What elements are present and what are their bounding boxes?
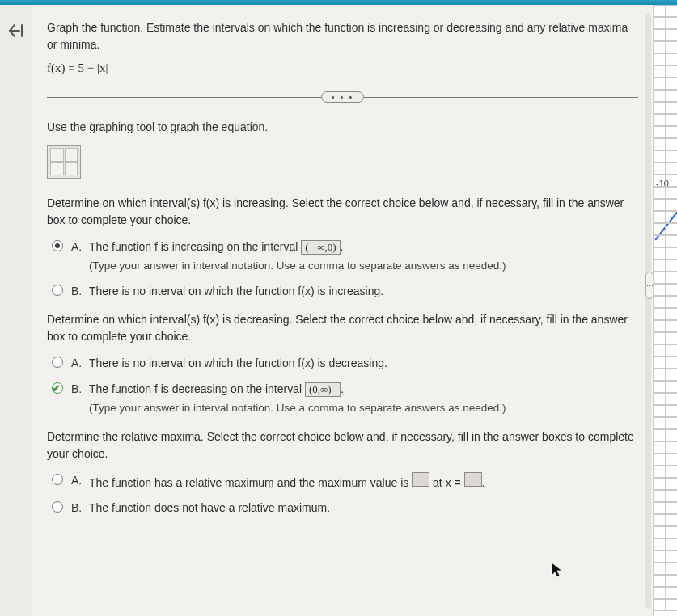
choice-letter: B. [71,500,89,517]
back-icon[interactable] [7,23,25,39]
grid-cell [666,41,677,53]
radio-icon[interactable] [52,501,63,513]
maxima-choice-a[interactable]: A. The function has a relative maximum a… [52,472,638,492]
scrollbar-track[interactable] [645,13,651,608]
choice-text-between: at x = [433,476,464,489]
grid-cell [666,393,677,405]
decreasing-choice-b[interactable]: B. The function f is decreasing on the i… [52,381,638,417]
grid-cell [654,393,666,405]
grid-cell [654,551,666,563]
grid-cell [654,381,666,393]
grid-cell [654,150,666,162]
answer-input-max-x[interactable] [464,472,482,487]
grid-cell [654,490,666,502]
grid-cell [654,247,666,259]
choice-letter: B. [71,381,89,399]
grid-cell [654,587,666,599]
grid-cell [666,514,677,526]
radio-icon[interactable] [52,285,63,296]
grid-cell [666,381,677,393]
grid-cell [666,490,677,502]
grid-cell [654,526,666,538]
answer-hint: (Type your answer in interval notation. … [89,258,638,275]
graph-tool-button[interactable] [47,145,81,179]
grid-cell [666,357,677,369]
choice-letter: A. [71,238,89,256]
grid-cell [666,65,677,78]
grid-cell [666,138,677,150]
grid-cell [654,296,666,308]
choice-body: The function f is decreasing on the inte… [89,381,638,417]
grid-cell [666,320,677,332]
grid-cell [666,199,677,211]
choice-text-after: . [341,382,344,395]
grid-cell [654,357,666,369]
graph-instruction: Use the graphing tool to graph the equat… [47,120,638,133]
grid-cell [666,478,677,490]
grid-cell [654,538,666,551]
answer-input-decreasing[interactable]: (0,∞) [305,382,341,397]
grid-cell [666,175,677,187]
radio-selected-icon[interactable] [52,240,63,251]
grid-cell [666,502,677,514]
left-gutter [0,5,32,616]
decreasing-choice-a[interactable]: A. There is no interval on which the fun… [52,355,638,373]
grid-cell [654,502,666,514]
grid-cell [654,320,666,332]
function-equation: f(x) = 5 − |x| [47,61,638,75]
graph-panel[interactable]: -10 [653,5,677,616]
grid-cell [666,332,677,344]
grid-cell [666,29,677,41]
grid-cell [654,454,666,466]
grid-cell [666,272,677,284]
grid-cell [654,332,666,344]
section-divider: • • • [47,91,638,103]
grid-cell [654,259,666,272]
grid-cell [654,405,666,417]
grid-cell [666,429,677,441]
answer-input-increasing[interactable]: (− ∞,0) [301,240,340,255]
increasing-prompt: Determine on which interval(s) f(x) is i… [47,195,638,229]
scrollbar-handle[interactable]: ⋮ [645,272,653,299]
grid-cell [654,575,666,587]
radio-icon[interactable] [52,474,63,485]
choice-text-before: The function f is increasing on the inte… [89,240,301,253]
grid-cell [654,272,666,284]
grid-cell [654,466,666,478]
radio-checked-icon[interactable] [52,382,63,394]
grid-cell [654,235,666,247]
grid-cell [666,150,677,162]
grid-cell [666,5,677,17]
choice-letter: B. [71,283,89,301]
grid-cell [666,102,677,114]
choice-text-before: The function f is decreasing on the inte… [89,382,305,395]
grid-cell [654,417,666,429]
decreasing-prompt: Determine on which interval(s) f(x) is d… [47,311,638,345]
choice-text-after: . [482,476,485,489]
grid-cell [654,344,666,357]
grid-cell [654,187,666,199]
grid-cell [666,308,677,320]
increasing-choice-a[interactable]: A. The function f is increasing on the i… [52,238,638,275]
increasing-choice-b[interactable]: B. There is no interval on which the fun… [52,283,638,301]
grid-cell [666,587,677,599]
grid-cell [666,162,677,175]
grid-cell [654,369,666,381]
grid-cell [654,53,666,65]
choice-body: There is no interval on which the functi… [89,283,638,301]
choice-body: The function does not have a relative ma… [89,500,638,517]
radio-icon[interactable] [52,357,63,368]
grid-cell [666,126,677,138]
choice-letter: A. [71,472,89,490]
choice-body: The function has a relative maximum and … [89,472,638,492]
choice-body: There is no interval on which the functi… [89,355,638,373]
grid-cell [654,5,666,17]
answer-hint: (Type your answer in interval notation. … [89,400,638,417]
maxima-choice-b[interactable]: B. The function does not have a relative… [52,500,638,517]
answer-input-max-value[interactable] [412,472,429,487]
expand-pill[interactable]: • • • [321,91,365,103]
grid-cell [666,296,677,308]
grid-cell [654,308,666,320]
grid-cell [666,575,677,587]
grid-cell [654,514,666,526]
